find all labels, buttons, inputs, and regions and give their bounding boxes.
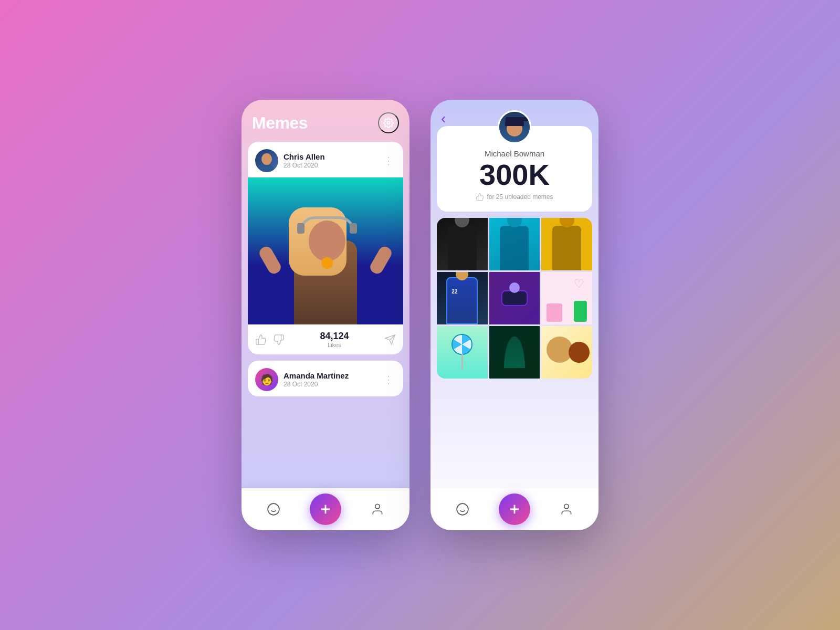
avatar-chris: 🧑 — [255, 149, 278, 172]
profile-nav-button[interactable] — [371, 502, 384, 516]
grid-item-8[interactable] — [489, 326, 540, 379]
user-icon — [371, 502, 384, 516]
svg-point-3 — [268, 503, 279, 515]
thumbs-up-icon — [255, 334, 267, 345]
plus-icon-right — [507, 502, 522, 517]
left-hand — [257, 244, 283, 276]
post-card-2: 🧑 Amanda Martinez 28 Oct 2020 ⋮ — [248, 361, 403, 396]
phones-container: Memes 🧑 Chris Allen 28 Oct 20 — [242, 100, 598, 530]
emoji-nav-button[interactable] — [267, 502, 280, 516]
likes-label: Likes — [291, 342, 378, 348]
girl-face — [309, 220, 345, 261]
likes-count: 84,124 Likes — [291, 331, 378, 348]
girl-face-container — [307, 220, 344, 261]
bubble-gum — [321, 257, 333, 269]
headphone-left — [297, 223, 304, 234]
thumbs-down-icon — [273, 334, 285, 345]
user-icon-right — [560, 502, 573, 516]
profile-follower-count: 300K — [447, 160, 582, 190]
profile-subtitle: for 25 uploaded memes — [447, 193, 582, 201]
avatar-amanda: 🧑 — [255, 368, 278, 391]
user-info-1: Chris Allen 28 Oct 2020 — [284, 152, 376, 169]
post-menu-1[interactable]: ⋮ — [381, 152, 396, 169]
grid-item-6[interactable]: ♡ — [541, 272, 592, 324]
headphone-right — [350, 223, 357, 234]
dislike-button[interactable] — [273, 334, 285, 345]
emoji-icon-right — [456, 502, 469, 516]
card-header-1: 🧑 Chris Allen 28 Oct 2020 ⋮ — [248, 142, 403, 177]
bottom-nav-right — [430, 488, 598, 530]
svg-point-8 — [375, 504, 380, 509]
post-date-2: 28 Oct 2020 — [284, 381, 376, 388]
svg-point-9 — [457, 503, 468, 515]
post-menu-2[interactable]: ⋮ — [381, 371, 396, 388]
grid-item-4[interactable]: 22 — [437, 272, 488, 324]
profile-name: Michael Bowman — [447, 149, 582, 158]
headphone-arc — [299, 216, 355, 232]
share-icon — [384, 334, 396, 345]
thumbs-up-small-icon — [476, 193, 484, 201]
app-title: Memes — [252, 113, 308, 133]
bottom-nav-left — [242, 488, 410, 530]
emoji-icon — [267, 502, 280, 516]
post-date-1: 28 Oct 2020 — [284, 162, 376, 169]
phone-header: Memes — [242, 100, 410, 142]
username-2: Amanda Martinez — [284, 371, 376, 380]
profile-subtitle-text: for 25 uploaded memes — [487, 193, 553, 201]
image-grid: 22 ♡ — [437, 218, 592, 379]
settings-button[interactable] — [378, 112, 399, 133]
likes-number: 84,124 — [320, 331, 349, 341]
card-header-2: 🧑 Amanda Martinez 28 Oct 2020 ⋮ — [248, 361, 403, 396]
grid-item-5[interactable] — [489, 272, 540, 324]
feed-content-area: 🧑 Chris Allen 28 Oct 2020 ⋮ — [242, 142, 410, 530]
plus-icon — [318, 502, 333, 517]
svg-point-0 — [387, 122, 390, 124]
username-1: Chris Allen — [284, 152, 376, 161]
grid-item-1[interactable] — [437, 218, 488, 270]
share-button[interactable] — [384, 334, 396, 345]
right-hand — [368, 244, 394, 276]
add-post-button-right[interactable] — [499, 494, 530, 525]
grid-item-9[interactable] — [541, 326, 592, 379]
settings-icon — [383, 118, 394, 128]
like-button[interactable] — [255, 334, 267, 345]
add-post-button[interactable] — [310, 494, 341, 525]
grid-item-3[interactable] — [541, 218, 592, 270]
profile-section: Michael Bowman 300K for 25 uploaded meme… — [437, 126, 592, 212]
post-image-1 — [248, 177, 403, 324]
card-actions-1: 84,124 Likes — [248, 324, 403, 354]
post-card-1: 🧑 Chris Allen 28 Oct 2020 ⋮ — [248, 142, 403, 354]
back-button[interactable]: ‹ — [441, 110, 446, 127]
phone-left: Memes 🧑 Chris Allen 28 Oct 20 — [242, 100, 410, 530]
phone-right: ‹ Michael Bowman 300K for 25 uploaded me… — [430, 100, 598, 530]
emoji-nav-button-right[interactable] — [456, 502, 469, 516]
svg-point-14 — [564, 504, 569, 509]
profile-avatar — [498, 110, 531, 144]
user-info-2: Amanda Martinez 28 Oct 2020 — [284, 371, 376, 388]
grid-item-7[interactable] — [437, 326, 488, 379]
profile-nav-button-right[interactable] — [560, 502, 573, 516]
grid-item-2[interactable] — [489, 218, 540, 270]
